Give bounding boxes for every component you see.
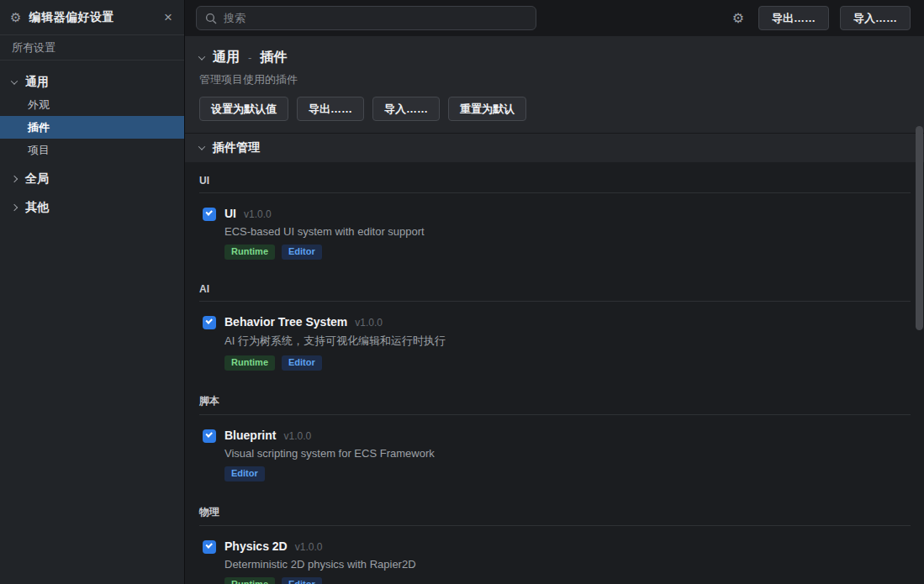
plugin-name: Behavior Tree System [224, 315, 347, 329]
settings-gear-icon[interactable]: ⚙ [729, 10, 747, 27]
badge-runtime: Runtime [224, 245, 275, 260]
import-button-topbar[interactable]: 导入…… [840, 6, 911, 30]
plugin-category-label: 物理 [199, 505, 911, 526]
plugin-item: UIv1.0.0ECS-based UI system with editor … [199, 207, 911, 260]
breadcrumb-current: 插件 [260, 49, 287, 66]
plugin-version: v1.0.0 [295, 541, 323, 553]
plugin-description: Deterministic 2D physics with Rapier2D [224, 558, 416, 571]
tree-group-label: 全局 [25, 171, 49, 187]
topbar: ⚙ 导出…… 导入…… [185, 0, 924, 36]
plugin-enabled-checkbox[interactable] [203, 316, 216, 329]
plugin-body: Behavior Tree Systemv1.0.0AI 行为树系统，支持可视化… [224, 315, 446, 371]
plugin-badges: RuntimeEditor [224, 245, 425, 260]
chevron-down-icon [198, 53, 205, 60]
search-input[interactable] [224, 12, 527, 24]
set-default-button[interactable]: 设置为默认值 [199, 97, 288, 121]
tree-group-label: 其他 [25, 200, 49, 215]
plugin-description: Visual scripting system for ECS Framewor… [224, 447, 435, 460]
header-actions: 设置为默认值 导出…… 导入…… 重置为默认 [199, 97, 911, 121]
plugin-version: v1.0.0 [283, 430, 311, 442]
plugin-category: 物理Physics 2Dv1.0.0Deterministic 2D physi… [199, 505, 911, 584]
plugin-management-section-header[interactable]: 插件管理 [185, 133, 924, 162]
tree-group-label: 通用 [25, 75, 49, 90]
breadcrumb-parent: 通用 [213, 49, 240, 66]
badge-editor: Editor [282, 245, 322, 260]
plugin-body: Blueprintv1.0.0Visual scripting system f… [224, 429, 435, 481]
plugin-enabled-checkbox[interactable] [203, 429, 216, 443]
tree-group-global[interactable]: 全局 [0, 167, 184, 190]
search-icon [205, 13, 217, 24]
badge-runtime: Runtime [224, 355, 275, 371]
plugin-body: UIv1.0.0ECS-based UI system with editor … [224, 207, 425, 260]
sidebar-item-project[interactable]: 项目 [0, 139, 184, 161]
chevron-right-icon [11, 175, 18, 182]
settings-tree: 通用 外观 插件 项目 全局 其他 [0, 61, 184, 218]
plugin-category-label: AI [199, 283, 911, 302]
export-button-topbar[interactable]: 导出…… [758, 6, 829, 30]
main-panel: ⚙ 导出…… 导入…… 通用 - 插件 管理项目使用的插件 设置为默认值 导出…… [185, 0, 924, 584]
badge-editor: Editor [282, 577, 322, 584]
plugin-enabled-checkbox[interactable] [203, 540, 216, 554]
section-title: 插件管理 [213, 140, 260, 155]
plugin-version: v1.0.0 [355, 317, 383, 329]
plugin-name-row: Blueprintv1.0.0 [224, 429, 435, 442]
plugin-category: UIUIv1.0.0ECS-based UI system with edito… [199, 175, 911, 260]
check-icon [205, 208, 212, 215]
plugin-enabled-checkbox[interactable] [203, 208, 216, 221]
plugin-name: Blueprint [224, 429, 276, 442]
plugin-description: ECS-based UI system with editor support [224, 225, 425, 238]
plugin-description: AI 行为树系统，支持可视化编辑和运行时执行 [224, 334, 446, 349]
sidebar-item-plugins[interactable]: 插件 [0, 116, 184, 139]
plugin-badges: RuntimeEditor [224, 577, 416, 584]
reset-default-button[interactable]: 重置为默认 [448, 97, 526, 121]
tree-group-other[interactable]: 其他 [0, 196, 184, 218]
plugin-version: v1.0.0 [244, 208, 272, 220]
plugin-name-row: UIv1.0.0 [224, 207, 425, 220]
plugin-item: Behavior Tree Systemv1.0.0AI 行为树系统，支持可视化… [199, 315, 911, 371]
plugin-badges: Editor [224, 466, 435, 481]
editor-preferences-window: ⚙ 编辑器偏好设置 × 所有设置 通用 外观 插件 项目 全局 其他 [0, 0, 924, 584]
close-icon[interactable]: × [162, 10, 174, 24]
plugin-name-row: Behavior Tree Systemv1.0.0 [224, 315, 446, 329]
chevron-down-icon [198, 143, 205, 150]
plugin-body: Physics 2Dv1.0.0Deterministic 2D physics… [224, 539, 416, 584]
gear-icon: ⚙ [10, 11, 21, 24]
plugin-category: 脚本Blueprintv1.0.0Visual scripting system… [199, 394, 911, 481]
chevron-down-icon [11, 77, 18, 84]
page-description: 管理项目使用的插件 [199, 72, 911, 87]
plugin-category: AIBehavior Tree Systemv1.0.0AI 行为树系统，支持可… [199, 283, 911, 371]
sidebar-item-appearance[interactable]: 外观 [0, 93, 184, 116]
plugin-name: Physics 2D [224, 539, 288, 553]
plugin-item: Blueprintv1.0.0Visual scripting system f… [199, 429, 911, 481]
check-icon [205, 317, 212, 324]
breadcrumb-separator: - [248, 51, 251, 64]
sidebar: ⚙ 编辑器偏好设置 × 所有设置 通用 外观 插件 项目 全局 其他 [0, 0, 185, 584]
plugin-name-row: Physics 2Dv1.0.0 [224, 539, 416, 553]
import-button[interactable]: 导入…… [372, 97, 440, 121]
badge-editor: Editor [224, 466, 265, 481]
badge-runtime: Runtime [224, 577, 275, 584]
plugin-list: UIUIv1.0.0ECS-based UI system with edito… [185, 162, 924, 584]
tree-group-general[interactable]: 通用 [0, 71, 184, 93]
sidebar-header: ⚙ 编辑器偏好设置 × [0, 0, 184, 35]
check-icon [205, 430, 212, 437]
plugin-category-label: UI [199, 175, 911, 193]
scrollbar-thumb[interactable] [916, 126, 923, 330]
badge-editor: Editor [282, 355, 322, 371]
search-box[interactable] [196, 6, 536, 30]
page-header: 通用 - 插件 管理项目使用的插件 设置为默认值 导出…… 导入…… 重置为默认 [185, 36, 924, 133]
window-title: 编辑器偏好设置 [29, 10, 155, 25]
chevron-right-icon [11, 203, 18, 210]
check-icon [205, 541, 212, 548]
export-button[interactable]: 导出…… [297, 97, 364, 121]
breadcrumb[interactable]: 通用 - 插件 [199, 49, 911, 66]
plugin-category-label: 脚本 [199, 394, 911, 415]
sidebar-item-all-settings[interactable]: 所有设置 [0, 35, 184, 61]
plugin-item: Physics 2Dv1.0.0Deterministic 2D physics… [199, 539, 911, 584]
plugin-name: UI [224, 207, 236, 220]
plugin-badges: RuntimeEditor [224, 355, 446, 371]
